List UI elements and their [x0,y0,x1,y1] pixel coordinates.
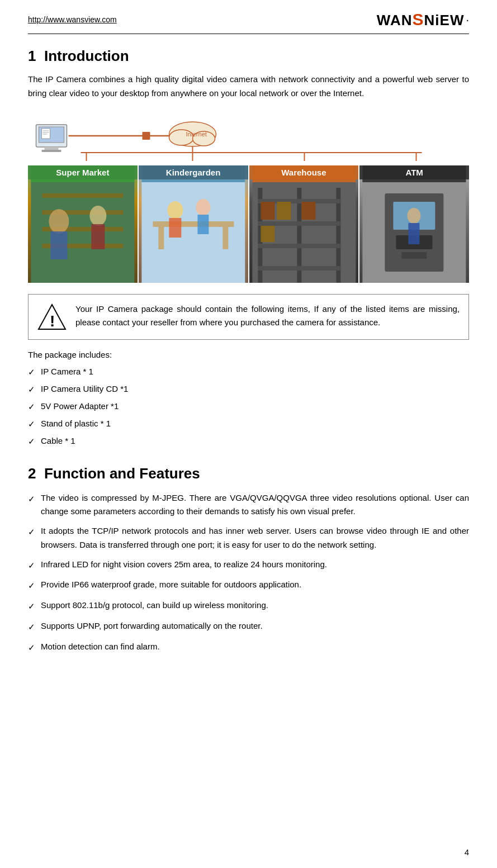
label-kindergarden: Kindergarden [139,165,248,179]
diagram-container: Internet [28,111,469,283]
feature-list: ✓ The video is compressed by M-JPEG. The… [28,491,469,655]
page-number: 4 [465,847,469,857]
photo-kindergarden: Kindergarden [139,165,248,283]
website-link[interactable]: http://www.wansview.com [28,15,117,24]
svg-rect-9 [143,132,150,140]
feature-check-4: ✓ [28,600,35,614]
feature-text-0: The video is compressed by M-JPEG. There… [41,491,469,519]
package-list: ✓ IP Camera * 1 ✓ IP Camera Utility CD *… [28,365,469,448]
logo-nview: NiEW [424,12,465,29]
svg-rect-3 [42,150,61,152]
package-item-4: ✓ Cable * 1 [28,434,469,448]
feature-item-3: ✓ Provide IP66 waterproof grade, more su… [28,578,469,593]
feature-check-1: ✓ [28,525,35,539]
feature-item-6: ✓ Motion detection can find alarm. [28,640,469,655]
warning-box: ! Your IP Camera package should contain … [28,294,469,340]
svg-rect-33 [158,227,164,249]
svg-text:!: ! [50,312,55,330]
page-header: http://www.wansview.com WANSNiEW · [28,10,469,34]
feature-check-6: ✓ [28,641,35,655]
svg-rect-38 [197,215,209,234]
svg-rect-59 [409,223,420,244]
feature-item-0: ✓ The video is compressed by M-JPEG. The… [28,491,469,519]
warning-text: Your IP Camera package should contain th… [75,302,460,330]
svg-point-28 [89,206,106,226]
intro-paragraph: The IP Camera combines a high quality di… [28,73,469,101]
svg-point-37 [196,199,210,216]
svg-rect-34 [223,227,228,249]
svg-point-26 [49,209,69,234]
feature-text-1: It adopts the TCP/IP network protocols a… [41,524,469,552]
logo-dot: · [466,13,469,26]
feature-text-4: Support 802.11b/g protocol, can build up… [41,599,268,613]
feature-check-5: ✓ [28,620,35,634]
package-item-1: ✓ IP Camera Utility CD *1 [28,382,469,396]
svg-rect-32 [153,221,234,227]
feature-item-1: ✓ It adopts the TCP/IP network protocols… [28,524,469,552]
feature-check-3: ✓ [28,579,35,593]
check-1: ✓ [28,383,35,396]
label-atm: ATM [359,165,469,179]
check-4: ✓ [28,435,35,448]
package-item-label-0: IP Camera * 1 [41,365,93,378]
svg-rect-48 [261,202,274,220]
feature-text-6: Motion detection can find alarm. [41,640,160,654]
svg-rect-22 [42,193,123,198]
svg-rect-46 [258,244,340,248]
label-supermarket: Super Market [28,165,138,179]
section1-title: 1 Introduction [28,48,469,65]
check-2: ✓ [28,400,35,414]
logo-s: S [413,10,424,29]
check-0: ✓ [28,366,35,379]
feature-text-3: Provide IP66 waterproof grade, more suit… [41,578,301,592]
photo-supermarket: Super Market [28,165,138,283]
package-item-label-1: IP Camera Utility CD *1 [41,382,128,396]
section2: 2 Function and Features ✓ The video is c… [28,465,469,655]
feature-check-2: ✓ [28,559,35,573]
logo-wan: WAN [377,12,413,29]
svg-rect-45 [258,221,340,226]
svg-rect-36 [169,218,181,238]
svg-text:Internet: Internet [186,131,207,137]
svg-rect-27 [50,231,67,259]
feature-check-0: ✓ [28,492,35,506]
svg-rect-50 [301,202,315,220]
logo: WANSNiEW · [377,10,469,29]
network-diagram-svg: Internet [28,111,469,164]
section2-title: 2 Function and Features [28,465,469,482]
feature-item-5: ✓ Supports UPNP, port forwarding automat… [28,619,469,634]
package-includes-label: The package includes: [28,350,469,359]
svg-point-58 [408,208,421,224]
warning-icon: ! [37,302,67,331]
package-item-label-3: Stand of plastic * 1 [41,417,111,430]
photo-strip: Super Market [28,165,469,283]
photo-warehouse: Warehouse [249,165,359,283]
check-3: ✓ [28,418,35,431]
label-warehouse: Warehouse [249,165,359,179]
svg-rect-47 [258,266,340,271]
feature-item-2: ✓ Infrared LED for night vision covers 2… [28,558,469,573]
svg-point-35 [167,201,183,219]
feature-item-4: ✓ Support 802.11b/g protocol, can build … [28,599,469,614]
svg-rect-49 [277,202,291,220]
svg-rect-57 [402,252,427,259]
feature-text-5: Supports UPNP, port forwarding automatic… [41,619,263,633]
page-container: http://www.wansview.com WANSNiEW · 1 Int… [0,0,497,868]
package-item-label-4: Cable * 1 [41,434,75,448]
svg-rect-29 [91,224,105,249]
package-item-2: ✓ 5V Power Adapter *1 [28,400,469,414]
package-item-label-2: 5V Power Adapter *1 [41,400,119,413]
package-item-3: ✓ Stand of plastic * 1 [28,417,469,431]
feature-text-2: Infrared LED for night vision covers 25m… [41,558,327,572]
package-item-0: ✓ IP Camera * 1 [28,365,469,379]
photo-atm: ATM [359,165,469,283]
svg-rect-51 [261,226,274,242]
svg-rect-4 [42,129,50,139]
svg-rect-20 [31,165,134,283]
svg-rect-2 [45,147,59,150]
